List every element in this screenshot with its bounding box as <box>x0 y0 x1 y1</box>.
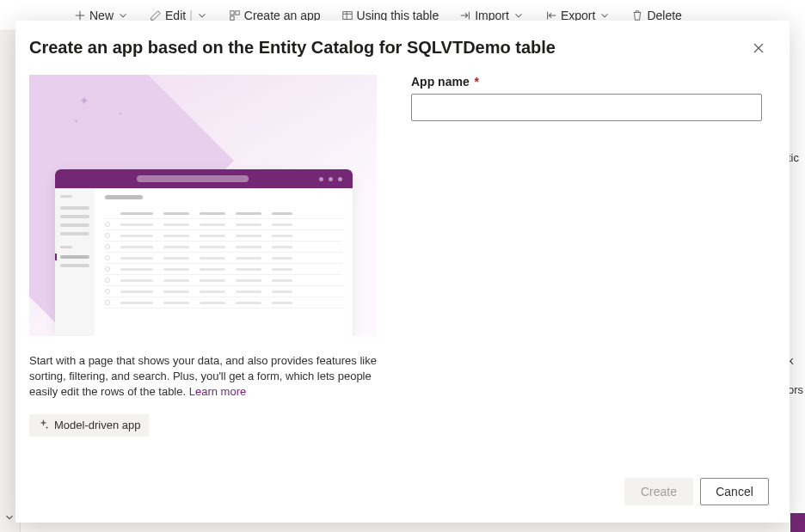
model-driven-badge: Model-driven app <box>29 414 149 437</box>
modal-body: ✦ ✦ ✦ <box>15 75 790 464</box>
required-marker: * <box>475 75 479 89</box>
sparkle-icon: ✦ <box>79 94 89 107</box>
sparkle-icon <box>38 419 49 432</box>
create-app-modal: Create an app based on the Entity Catalo… <box>15 21 790 523</box>
modal-description: Start with a page that shows your data, … <box>29 353 377 401</box>
mock-app-window <box>55 169 353 336</box>
label-text: App name <box>411 75 470 89</box>
create-button[interactable]: Create <box>624 478 693 505</box>
app-preview-illustration: ✦ ✦ ✦ <box>29 75 377 336</box>
cancel-button[interactable]: Cancel <box>700 478 769 505</box>
modal-right-column: App name * <box>411 75 776 464</box>
modal-header: Create an app based on the Entity Catalo… <box>15 21 790 75</box>
app-name-label: App name * <box>411 75 762 89</box>
modal-left-column: ✦ ✦ ✦ <box>29 75 377 464</box>
app-name-input[interactable] <box>411 94 762 121</box>
close-button[interactable] <box>748 38 769 61</box>
sparkle-icon: ✦ <box>74 118 78 124</box>
sparkle-icon: ✦ <box>119 111 122 116</box>
close-icon <box>752 41 765 58</box>
badge-label: Model-driven app <box>54 419 140 431</box>
modal-overlay: Create an app based on the Entity Catalo… <box>0 0 805 532</box>
modal-footer: Create Cancel <box>15 464 790 523</box>
modal-title: Create an app based on the Entity Catalo… <box>29 38 556 58</box>
learn-more-link[interactable]: Learn more <box>189 385 246 398</box>
